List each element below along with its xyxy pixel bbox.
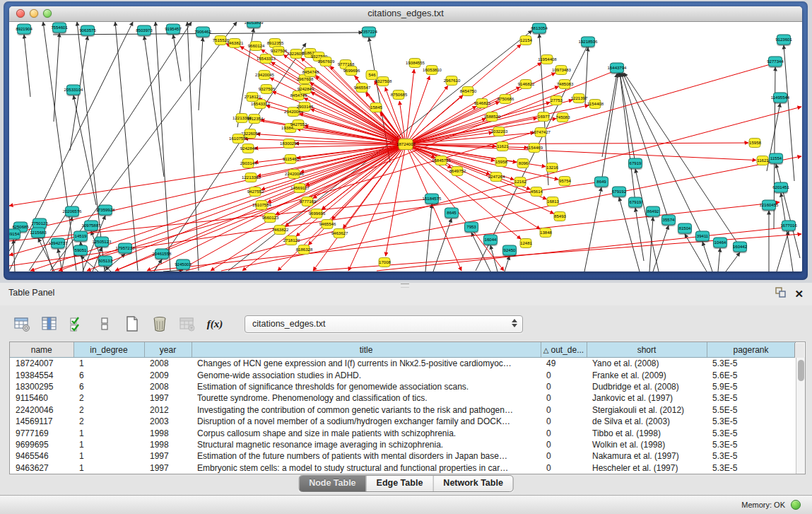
table-row[interactable]: 977716911998Corpus callosum shape and si… — [10, 427, 795, 438]
table-settings-button[interactable] — [13, 315, 31, 333]
table-cell[interactable]: 5.3E-5 — [707, 450, 795, 462]
graph-node[interactable]: 9245003 — [176, 259, 190, 270]
table-cell[interactable]: 2 — [73, 416, 144, 427]
column-header-pagerank[interactable]: pagerank — [707, 342, 795, 358]
scrollbar-thumb[interactable] — [798, 360, 804, 381]
graph-node[interactable]: 2903144 — [242, 158, 254, 168]
graph-node[interactable]: 8186328 — [298, 245, 310, 255]
graph-node[interactable]: 7357224 — [362, 27, 376, 37]
table-cell[interactable]: 18300295 — [10, 381, 73, 392]
show-columns-button[interactable] — [68, 315, 86, 333]
table-cell[interactable]: 22420046 — [10, 404, 73, 416]
table-cell[interactable]: Nakamura et al. (1997) — [587, 450, 707, 462]
table-cell[interactable]: 19384554 — [10, 369, 73, 380]
table-cell[interactable]: 1997 — [144, 450, 192, 462]
table-cell[interactable]: 9463627 — [10, 462, 73, 474]
table-cell[interactable]: 9777169 — [10, 427, 73, 438]
graph-node[interactable]: 11621 — [757, 156, 769, 165]
graph-node[interactable]: 1221397 — [573, 93, 585, 103]
table-cell[interactable]: Changes of HCN gene expression and I(f) … — [192, 358, 541, 370]
table-cell[interactable]: 1 — [73, 462, 144, 474]
column-header-year[interactable]: year — [144, 342, 192, 358]
table-cell[interactable]: Investigating the contribution of common… — [192, 404, 541, 416]
graph-node[interactable]: 19384555 — [409, 58, 421, 68]
graph-node[interactable]: 16977 — [538, 112, 550, 122]
table-cell[interactable]: 0 — [541, 427, 587, 438]
select-column-button[interactable] — [40, 315, 59, 333]
graph-node[interactable]: 12154 — [520, 35, 532, 45]
graph-node[interactable]: 8645 — [445, 208, 459, 218]
graph-node[interactable]: 15845 — [370, 103, 382, 112]
graph-node[interactable]: 9242848 — [242, 144, 254, 153]
graph-node[interactable]: 8096 — [517, 158, 529, 168]
table-cell[interactable]: 6 — [73, 369, 144, 380]
graph-node[interactable]: 9277344 — [768, 57, 782, 67]
table-cell[interactable]: Disruption of a novel member of a sodium… — [192, 416, 541, 427]
table-cell[interactable]: 0 — [541, 439, 587, 450]
graph-node[interactable]: 7515526 — [215, 35, 227, 45]
graph-node[interactable]: 23226059 — [290, 49, 302, 59]
table-cell[interactable]: Estimation of the future numbers of pati… — [192, 450, 541, 462]
tab-node-table[interactable]: Node Table — [299, 476, 366, 491]
graph-node[interactable]: 2967609 — [320, 57, 332, 66]
graph-node[interactable]: 35574 — [661, 215, 676, 226]
graph-node[interactable]: 10747427 — [535, 127, 547, 137]
graph-node[interactable]: 9327506 — [273, 46, 285, 56]
float-window-icon[interactable] — [775, 287, 786, 300]
column-header-name[interactable]: name — [10, 342, 73, 358]
graph-node[interactable]: 10464 — [713, 238, 727, 248]
table-cell[interactable]: Structural magnetic resonance image aver… — [192, 439, 541, 450]
table-cell[interactable]: 5.3E-5 — [707, 358, 795, 370]
table-cell[interactable]: 1 — [73, 450, 144, 462]
graph-node[interactable]: 2967610 — [446, 76, 458, 86]
graph-node[interactable]: 9427553 — [293, 119, 305, 129]
table-cell[interactable]: 0 — [541, 381, 587, 392]
table-row[interactable]: 911546021997Tourette syndrome. Phenomeno… — [10, 392, 795, 404]
graph-node[interactable]: 14519 — [73, 231, 88, 242]
graph-node[interactable]: 9123601 — [777, 35, 791, 45]
table-cell[interactable]: Hescheler et al. (1997) — [587, 462, 707, 474]
table-cell[interactable]: 5.3E-5 — [707, 462, 795, 474]
graph-node[interactable]: 13942737 — [51, 238, 65, 249]
table-cell[interactable]: 0 — [541, 462, 587, 474]
graph-node[interactable]: 505133 — [98, 256, 112, 267]
graph-node[interactable]: 81504 — [678, 223, 692, 234]
graph-node[interactable]: 16053810 — [426, 65, 438, 75]
graph-node[interactable]: 17359928 — [98, 205, 112, 216]
graph-node[interactable]: 9465546 — [322, 219, 334, 229]
graph-node[interactable]: 15958 — [749, 138, 761, 148]
table-cell[interactable]: 6 — [73, 381, 144, 392]
table-cell[interactable]: 1998 — [144, 439, 192, 450]
graph-node[interactable]: 1154408 — [589, 99, 601, 109]
table-cell[interactable]: 5.6E-5 — [707, 369, 795, 380]
graph-node[interactable]: 12481 — [520, 238, 532, 248]
window-minimize-button[interactable] — [30, 9, 38, 18]
table-cell[interactable]: 0 — [541, 450, 587, 462]
table-scrollbar[interactable] — [796, 357, 806, 474]
graph-node[interactable]: 9063575 — [81, 25, 95, 36]
graph-node[interactable]: 8750685 — [393, 90, 405, 100]
graph-node[interactable]: 15184575 — [425, 194, 439, 204]
table-cell[interactable]: 0 — [541, 416, 587, 427]
table-cell[interactable]: 9699695 — [10, 439, 73, 450]
table-row[interactable]: 946554611997Estimation of the future num… — [10, 450, 795, 462]
table-cell[interactable]: 2 — [73, 404, 144, 416]
graph-node[interactable]: 16044 — [483, 235, 498, 245]
table-row[interactable]: 1830029562008Estimation of significance … — [10, 381, 795, 392]
graph-node[interactable]: 18300295 — [283, 139, 295, 148]
graph-node[interactable]: 9465547 — [356, 83, 368, 93]
graph-node[interactable]: 9195457 — [166, 24, 180, 35]
graph-node[interactable]: 92450 — [502, 245, 517, 256]
table-cell[interactable]: 2003 — [144, 416, 192, 427]
graph-node[interactable]: 679192 — [612, 187, 626, 197]
graph-node[interactable]: 8921904 — [17, 24, 31, 35]
graph-node[interactable]: 12213363 — [245, 173, 257, 182]
table-cell[interactable]: Corpus callosum shape and size in male p… — [192, 427, 541, 438]
graph-node[interactable]: 9699696 — [346, 66, 358, 76]
tab-edge-table[interactable]: Edge Table — [367, 476, 434, 491]
table-cell[interactable]: 5.3E-5 — [707, 427, 795, 438]
window-close-button[interactable] — [16, 9, 25, 18]
graph-node[interactable]: 12505123 — [95, 237, 109, 247]
table-cell[interactable]: 5.9E-5 — [707, 381, 795, 392]
table-cell[interactable]: 2008 — [144, 358, 192, 370]
